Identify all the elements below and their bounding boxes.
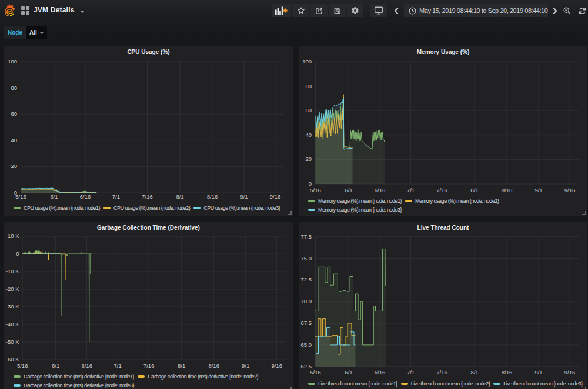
svg-text:6/1: 6/1 bbox=[52, 363, 59, 369]
svg-text:20: 20 bbox=[11, 163, 17, 169]
svg-text:65.0: 65.0 bbox=[301, 341, 312, 348]
svg-text:8/16: 8/16 bbox=[207, 193, 218, 200]
svg-text:7/16: 7/16 bbox=[142, 193, 153, 200]
svg-text:7/16: 7/16 bbox=[436, 369, 447, 375]
svg-text:80: 80 bbox=[11, 85, 17, 91]
svg-text:-50 K: -50 K bbox=[6, 338, 19, 345]
svg-text:9/1: 9/1 bbox=[242, 363, 249, 369]
svg-text:77.5: 77.5 bbox=[301, 233, 312, 240]
svg-text:7/16: 7/16 bbox=[143, 363, 155, 369]
svg-text:70.0: 70.0 bbox=[301, 298, 312, 304]
svg-text:60: 60 bbox=[305, 107, 312, 113]
svg-text:75.0: 75.0 bbox=[301, 255, 312, 261]
svg-text:8/16: 8/16 bbox=[208, 363, 219, 369]
svg-text:8/1: 8/1 bbox=[176, 193, 183, 200]
svg-text:5/16: 5/16 bbox=[15, 193, 26, 200]
svg-text:9/16: 9/16 bbox=[270, 193, 281, 200]
svg-text:5/16: 5/16 bbox=[310, 369, 321, 375]
svg-text:-60 K: -60 K bbox=[6, 356, 19, 363]
svg-text:6/16: 6/16 bbox=[81, 363, 92, 369]
svg-text:-20 K: -20 K bbox=[6, 286, 19, 292]
svg-text:72.5: 72.5 bbox=[301, 276, 312, 283]
svg-text:100: 100 bbox=[302, 58, 312, 65]
svg-text:7/1: 7/1 bbox=[407, 187, 415, 193]
svg-text:8/1: 8/1 bbox=[470, 369, 478, 375]
svg-text:9/16: 9/16 bbox=[271, 363, 282, 369]
svg-text:0: 0 bbox=[16, 250, 19, 257]
svg-text:7/1: 7/1 bbox=[114, 363, 122, 369]
svg-text:8/16: 8/16 bbox=[502, 369, 513, 375]
svg-text:8/1: 8/1 bbox=[178, 363, 185, 369]
svg-text:9/1: 9/1 bbox=[534, 369, 542, 375]
svg-text:6/1: 6/1 bbox=[345, 187, 352, 193]
svg-text:100: 100 bbox=[8, 58, 17, 65]
svg-text:67.5: 67.5 bbox=[301, 320, 312, 326]
svg-text:6/16: 6/16 bbox=[80, 193, 91, 200]
svg-text:6/16: 6/16 bbox=[375, 187, 386, 193]
svg-text:9/16: 9/16 bbox=[564, 369, 576, 375]
svg-text:-30 K: -30 K bbox=[6, 303, 19, 310]
svg-text:-40 K: -40 K bbox=[6, 321, 19, 327]
svg-text:9/16: 9/16 bbox=[564, 187, 576, 193]
svg-text:6/16: 6/16 bbox=[375, 369, 386, 375]
svg-text:10 K: 10 K bbox=[8, 233, 19, 239]
svg-text:60: 60 bbox=[11, 110, 17, 117]
svg-text:7/1: 7/1 bbox=[407, 369, 415, 375]
svg-text:6/1: 6/1 bbox=[50, 193, 58, 200]
svg-text:9/1: 9/1 bbox=[534, 187, 542, 193]
svg-text:20: 20 bbox=[305, 156, 312, 162]
svg-text:8/1: 8/1 bbox=[470, 187, 478, 193]
svg-text:40: 40 bbox=[11, 137, 17, 143]
svg-text:-10 K: -10 K bbox=[6, 268, 19, 274]
svg-text:6/1: 6/1 bbox=[345, 369, 352, 375]
svg-text:80: 80 bbox=[305, 83, 312, 89]
svg-text:40: 40 bbox=[305, 132, 312, 138]
svg-text:7/16: 7/16 bbox=[436, 187, 447, 193]
svg-text:5/16: 5/16 bbox=[310, 187, 321, 193]
svg-text:7/1: 7/1 bbox=[112, 193, 120, 200]
svg-text:8/16: 8/16 bbox=[502, 187, 513, 193]
svg-text:0: 0 bbox=[309, 180, 312, 187]
svg-text:5/16: 5/16 bbox=[17, 363, 28, 369]
svg-text:9/1: 9/1 bbox=[240, 193, 248, 200]
